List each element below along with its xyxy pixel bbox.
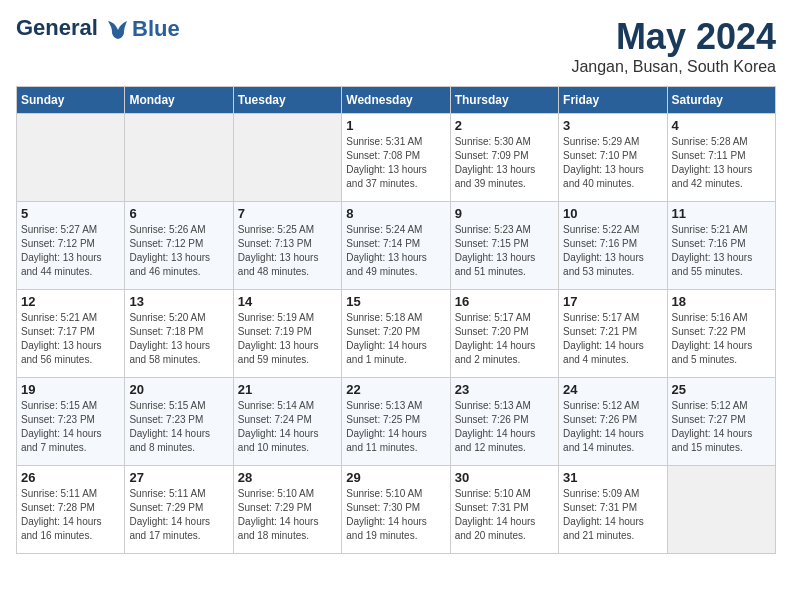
calendar-cell: 25Sunrise: 5:12 AM Sunset: 7:27 PM Dayli…: [667, 378, 775, 466]
calendar-week-row: 26Sunrise: 5:11 AM Sunset: 7:28 PM Dayli…: [17, 466, 776, 554]
day-info: Sunrise: 5:19 AM Sunset: 7:19 PM Dayligh…: [238, 311, 337, 367]
day-number: 11: [672, 206, 771, 221]
day-number: 27: [129, 470, 228, 485]
calendar-cell: 30Sunrise: 5:10 AM Sunset: 7:31 PM Dayli…: [450, 466, 558, 554]
calendar-cell: 29Sunrise: 5:10 AM Sunset: 7:30 PM Dayli…: [342, 466, 450, 554]
day-number: 15: [346, 294, 445, 309]
day-info: Sunrise: 5:25 AM Sunset: 7:13 PM Dayligh…: [238, 223, 337, 279]
day-info: Sunrise: 5:13 AM Sunset: 7:26 PM Dayligh…: [455, 399, 554, 455]
column-header-friday: Friday: [559, 87, 667, 114]
calendar-cell: 13Sunrise: 5:20 AM Sunset: 7:18 PM Dayli…: [125, 290, 233, 378]
logo: General Blue: [16, 16, 180, 42]
day-number: 20: [129, 382, 228, 397]
day-number: 28: [238, 470, 337, 485]
calendar-cell: 22Sunrise: 5:13 AM Sunset: 7:25 PM Dayli…: [342, 378, 450, 466]
day-number: 2: [455, 118, 554, 133]
day-number: 13: [129, 294, 228, 309]
calendar-cell: 4Sunrise: 5:28 AM Sunset: 7:11 PM Daylig…: [667, 114, 775, 202]
day-info: Sunrise: 5:11 AM Sunset: 7:28 PM Dayligh…: [21, 487, 120, 543]
calendar-cell: 27Sunrise: 5:11 AM Sunset: 7:29 PM Dayli…: [125, 466, 233, 554]
day-number: 6: [129, 206, 228, 221]
day-number: 29: [346, 470, 445, 485]
day-info: Sunrise: 5:24 AM Sunset: 7:14 PM Dayligh…: [346, 223, 445, 279]
day-info: Sunrise: 5:11 AM Sunset: 7:29 PM Dayligh…: [129, 487, 228, 543]
calendar-cell: [125, 114, 233, 202]
day-number: 5: [21, 206, 120, 221]
calendar-cell: 21Sunrise: 5:14 AM Sunset: 7:24 PM Dayli…: [233, 378, 341, 466]
calendar-cell: 10Sunrise: 5:22 AM Sunset: 7:16 PM Dayli…: [559, 202, 667, 290]
logo-line2: Blue: [132, 16, 180, 42]
day-number: 25: [672, 382, 771, 397]
day-info: Sunrise: 5:13 AM Sunset: 7:25 PM Dayligh…: [346, 399, 445, 455]
day-info: Sunrise: 5:27 AM Sunset: 7:12 PM Dayligh…: [21, 223, 120, 279]
day-number: 22: [346, 382, 445, 397]
day-info: Sunrise: 5:15 AM Sunset: 7:23 PM Dayligh…: [21, 399, 120, 455]
day-number: 3: [563, 118, 662, 133]
day-info: Sunrise: 5:10 AM Sunset: 7:31 PM Dayligh…: [455, 487, 554, 543]
day-info: Sunrise: 5:10 AM Sunset: 7:30 PM Dayligh…: [346, 487, 445, 543]
day-number: 10: [563, 206, 662, 221]
calendar-cell: 19Sunrise: 5:15 AM Sunset: 7:23 PM Dayli…: [17, 378, 125, 466]
calendar-cell: 16Sunrise: 5:17 AM Sunset: 7:20 PM Dayli…: [450, 290, 558, 378]
calendar-cell: 5Sunrise: 5:27 AM Sunset: 7:12 PM Daylig…: [17, 202, 125, 290]
logo-bird-icon: [106, 18, 130, 42]
day-number: 7: [238, 206, 337, 221]
calendar-cell: 26Sunrise: 5:11 AM Sunset: 7:28 PM Dayli…: [17, 466, 125, 554]
day-info: Sunrise: 5:23 AM Sunset: 7:15 PM Dayligh…: [455, 223, 554, 279]
calendar-cell: [233, 114, 341, 202]
calendar-cell: 17Sunrise: 5:17 AM Sunset: 7:21 PM Dayli…: [559, 290, 667, 378]
calendar-week-row: 19Sunrise: 5:15 AM Sunset: 7:23 PM Dayli…: [17, 378, 776, 466]
day-number: 18: [672, 294, 771, 309]
calendar-cell: 11Sunrise: 5:21 AM Sunset: 7:16 PM Dayli…: [667, 202, 775, 290]
day-number: 24: [563, 382, 662, 397]
day-number: 19: [21, 382, 120, 397]
calendar-week-row: 1Sunrise: 5:31 AM Sunset: 7:08 PM Daylig…: [17, 114, 776, 202]
day-info: Sunrise: 5:22 AM Sunset: 7:16 PM Dayligh…: [563, 223, 662, 279]
day-info: Sunrise: 5:12 AM Sunset: 7:26 PM Dayligh…: [563, 399, 662, 455]
day-info: Sunrise: 5:16 AM Sunset: 7:22 PM Dayligh…: [672, 311, 771, 367]
calendar-cell: [17, 114, 125, 202]
calendar-cell: 3Sunrise: 5:29 AM Sunset: 7:10 PM Daylig…: [559, 114, 667, 202]
column-header-monday: Monday: [125, 87, 233, 114]
day-number: 12: [21, 294, 120, 309]
day-number: 31: [563, 470, 662, 485]
day-number: 14: [238, 294, 337, 309]
calendar-week-row: 5Sunrise: 5:27 AM Sunset: 7:12 PM Daylig…: [17, 202, 776, 290]
day-number: 17: [563, 294, 662, 309]
day-info: Sunrise: 5:17 AM Sunset: 7:20 PM Dayligh…: [455, 311, 554, 367]
day-number: 23: [455, 382, 554, 397]
day-info: Sunrise: 5:21 AM Sunset: 7:17 PM Dayligh…: [21, 311, 120, 367]
month-title: May 2024: [571, 16, 776, 58]
day-info: Sunrise: 5:17 AM Sunset: 7:21 PM Dayligh…: [563, 311, 662, 367]
day-info: Sunrise: 5:18 AM Sunset: 7:20 PM Dayligh…: [346, 311, 445, 367]
day-number: 1: [346, 118, 445, 133]
day-info: Sunrise: 5:28 AM Sunset: 7:11 PM Dayligh…: [672, 135, 771, 191]
title-area: May 2024 Jangan, Busan, South Korea: [571, 16, 776, 76]
day-info: Sunrise: 5:14 AM Sunset: 7:24 PM Dayligh…: [238, 399, 337, 455]
day-info: Sunrise: 5:12 AM Sunset: 7:27 PM Dayligh…: [672, 399, 771, 455]
calendar-cell: 20Sunrise: 5:15 AM Sunset: 7:23 PM Dayli…: [125, 378, 233, 466]
day-number: 8: [346, 206, 445, 221]
calendar-cell: 6Sunrise: 5:26 AM Sunset: 7:12 PM Daylig…: [125, 202, 233, 290]
day-info: Sunrise: 5:31 AM Sunset: 7:08 PM Dayligh…: [346, 135, 445, 191]
column-header-thursday: Thursday: [450, 87, 558, 114]
day-info: Sunrise: 5:29 AM Sunset: 7:10 PM Dayligh…: [563, 135, 662, 191]
location-title: Jangan, Busan, South Korea: [571, 58, 776, 76]
day-info: Sunrise: 5:15 AM Sunset: 7:23 PM Dayligh…: [129, 399, 228, 455]
calendar-cell: 18Sunrise: 5:16 AM Sunset: 7:22 PM Dayli…: [667, 290, 775, 378]
calendar-cell: 1Sunrise: 5:31 AM Sunset: 7:08 PM Daylig…: [342, 114, 450, 202]
calendar-cell: 2Sunrise: 5:30 AM Sunset: 7:09 PM Daylig…: [450, 114, 558, 202]
calendar-cell: 7Sunrise: 5:25 AM Sunset: 7:13 PM Daylig…: [233, 202, 341, 290]
logo-line1: General: [16, 15, 98, 40]
day-info: Sunrise: 5:26 AM Sunset: 7:12 PM Dayligh…: [129, 223, 228, 279]
calendar-cell: 9Sunrise: 5:23 AM Sunset: 7:15 PM Daylig…: [450, 202, 558, 290]
calendar: SundayMondayTuesdayWednesdayThursdayFrid…: [16, 86, 776, 554]
day-info: Sunrise: 5:21 AM Sunset: 7:16 PM Dayligh…: [672, 223, 771, 279]
page-header: General Blue May 2024 Jangan, Busan, Sou…: [16, 16, 776, 76]
day-number: 26: [21, 470, 120, 485]
calendar-week-row: 12Sunrise: 5:21 AM Sunset: 7:17 PM Dayli…: [17, 290, 776, 378]
day-number: 4: [672, 118, 771, 133]
day-info: Sunrise: 5:10 AM Sunset: 7:29 PM Dayligh…: [238, 487, 337, 543]
column-header-tuesday: Tuesday: [233, 87, 341, 114]
calendar-cell: 24Sunrise: 5:12 AM Sunset: 7:26 PM Dayli…: [559, 378, 667, 466]
